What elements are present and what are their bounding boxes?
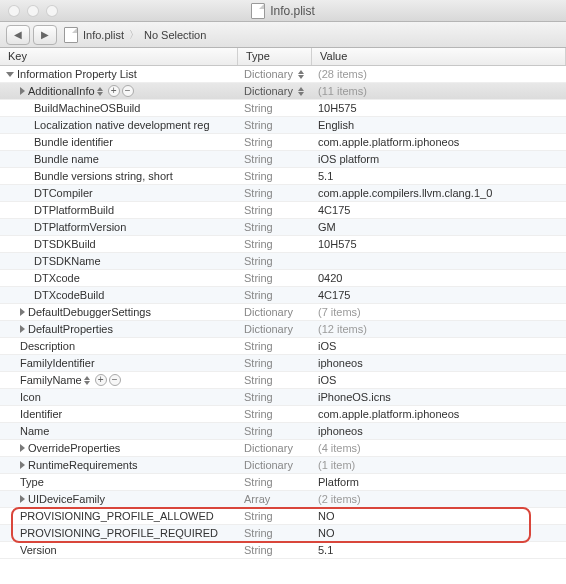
cell-key[interactable]: Name — [0, 425, 238, 437]
table-row[interactable]: IconStringiPhoneOS.icns — [0, 389, 566, 406]
remove-button[interactable]: − — [122, 85, 134, 97]
table-row[interactable]: DTCompilerStringcom.apple.compilers.llvm… — [0, 185, 566, 202]
maximize-icon[interactable] — [46, 5, 58, 17]
table-row[interactable]: Bundle identifierStringcom.apple.platfor… — [0, 134, 566, 151]
table-row[interactable]: PROVISIONING_PROFILE_ALLOWEDStringNO — [0, 508, 566, 525]
table-row[interactable]: Information Property ListDictionary(28 i… — [0, 66, 566, 83]
cell-type[interactable]: Dictionary — [238, 68, 312, 80]
cell-type[interactable]: String — [238, 544, 312, 556]
cell-key[interactable]: Localization native development reg — [0, 119, 238, 131]
cell-type[interactable]: String — [238, 425, 312, 437]
cell-value[interactable]: 10H575 — [312, 238, 566, 250]
table-row[interactable]: DTSDKNameString — [0, 253, 566, 270]
cell-type[interactable]: String — [238, 119, 312, 131]
table-row[interactable]: IdentifierStringcom.apple.platform.iphon… — [0, 406, 566, 423]
cell-key[interactable]: Bundle versions string, short — [0, 170, 238, 182]
disclosure-triangle-icon[interactable] — [20, 444, 25, 452]
table-row[interactable]: TypeStringPlatform — [0, 474, 566, 491]
stepper-icon[interactable] — [97, 87, 106, 96]
cell-key[interactable]: FamilyName+− — [0, 374, 238, 386]
table-row[interactable]: PROVISIONING_PROFILE_REQUIREDStringNO — [0, 525, 566, 542]
table-row[interactable]: DefaultDebuggerSettingsDictionary(7 item… — [0, 304, 566, 321]
cell-type[interactable]: String — [238, 238, 312, 250]
table-row[interactable]: DefaultPropertiesDictionary(12 items) — [0, 321, 566, 338]
cell-type[interactable]: String — [238, 527, 312, 539]
cell-type[interactable]: String — [238, 510, 312, 522]
table-row[interactable]: DTXcodeString0420 — [0, 270, 566, 287]
cell-value[interactable]: iOS — [312, 340, 566, 352]
table-row[interactable]: DTPlatformBuildString4C175 — [0, 202, 566, 219]
cell-value[interactable]: com.apple.compilers.llvm.clang.1_0 — [312, 187, 566, 199]
cell-value[interactable]: iphoneos — [312, 357, 566, 369]
cell-value[interactable]: (4 items) — [312, 442, 566, 454]
table-row[interactable]: FamilyIdentifierStringiphoneos — [0, 355, 566, 372]
cell-type[interactable]: Dictionary — [238, 85, 312, 97]
cell-type[interactable]: String — [238, 170, 312, 182]
cell-value[interactable]: NO — [312, 527, 566, 539]
cell-type[interactable]: String — [238, 391, 312, 403]
cell-value[interactable]: 5.1 — [312, 544, 566, 556]
cell-key[interactable]: AdditionalInfo+− — [0, 85, 238, 97]
cell-type[interactable]: Array — [238, 493, 312, 505]
disclosure-triangle-icon[interactable] — [20, 308, 25, 316]
cell-value[interactable]: 10H575 — [312, 102, 566, 114]
add-button[interactable]: + — [95, 374, 107, 386]
table-row[interactable]: DescriptionStringiOS — [0, 338, 566, 355]
cell-value[interactable]: com.apple.platform.iphoneos — [312, 408, 566, 420]
cell-value[interactable]: English — [312, 119, 566, 131]
cell-key[interactable]: Description — [0, 340, 238, 352]
cell-key[interactable]: DTSDKName — [0, 255, 238, 267]
table-row[interactable]: BuildMachineOSBuildString10H575 — [0, 100, 566, 117]
cell-key[interactable]: PROVISIONING_PROFILE_REQUIRED — [0, 527, 238, 539]
cell-key[interactable]: DTXcode — [0, 272, 238, 284]
cell-value[interactable]: com.apple.platform.iphoneos — [312, 136, 566, 148]
table-row[interactable]: Bundle versions string, shortString5.1 — [0, 168, 566, 185]
cell-key[interactable]: Type — [0, 476, 238, 488]
column-value[interactable]: Value — [312, 48, 566, 65]
cell-key[interactable]: DTPlatformBuild — [0, 204, 238, 216]
disclosure-triangle-icon[interactable] — [6, 72, 14, 77]
cell-key[interactable]: Information Property List — [0, 68, 238, 80]
cell-value[interactable]: iOS platform — [312, 153, 566, 165]
cell-value[interactable]: NO — [312, 510, 566, 522]
cell-value[interactable]: (12 items) — [312, 323, 566, 335]
cell-key[interactable]: UIDeviceFamily — [0, 493, 238, 505]
table-row[interactable]: DTXcodeBuildString4C175 — [0, 287, 566, 304]
cell-value[interactable]: (7 items) — [312, 306, 566, 318]
table-row[interactable]: DTSDKBuildString10H575 — [0, 236, 566, 253]
cell-type[interactable]: Dictionary — [238, 442, 312, 454]
nav-back-button[interactable]: ◀ — [6, 25, 30, 45]
disclosure-triangle-icon[interactable] — [20, 495, 25, 503]
stepper-icon[interactable] — [298, 87, 306, 96]
cell-type[interactable]: Dictionary — [238, 306, 312, 318]
cell-type[interactable]: String — [238, 136, 312, 148]
table-row[interactable]: OverridePropertiesDictionary(4 items) — [0, 440, 566, 457]
cell-key[interactable]: Version — [0, 544, 238, 556]
breadcrumb[interactable]: Info.plist 〉 No Selection — [64, 27, 206, 43]
cell-type[interactable]: String — [238, 187, 312, 199]
cell-type[interactable]: String — [238, 357, 312, 369]
cell-type[interactable]: String — [238, 272, 312, 284]
cell-type[interactable]: String — [238, 221, 312, 233]
cell-value[interactable]: Platform — [312, 476, 566, 488]
table-row[interactable]: VersionString5.1 — [0, 542, 566, 559]
cell-type[interactable]: String — [238, 476, 312, 488]
cell-value[interactable]: iPhoneOS.icns — [312, 391, 566, 403]
cell-key[interactable]: PROVISIONING_PROFILE_ALLOWED — [0, 510, 238, 522]
cell-key[interactable]: Bundle name — [0, 153, 238, 165]
cell-type[interactable]: String — [238, 102, 312, 114]
cell-key[interactable]: OverrideProperties — [0, 442, 238, 454]
cell-type[interactable]: String — [238, 408, 312, 420]
cell-value[interactable]: iOS — [312, 374, 566, 386]
cell-key[interactable]: DTCompiler — [0, 187, 238, 199]
cell-key[interactable]: RuntimeRequirements — [0, 459, 238, 471]
stepper-icon[interactable] — [84, 376, 93, 385]
nav-forward-button[interactable]: ▶ — [33, 25, 57, 45]
table-row[interactable]: UIDeviceFamilyArray(2 items) — [0, 491, 566, 508]
cell-value[interactable]: 4C175 — [312, 289, 566, 301]
cell-key[interactable]: BuildMachineOSBuild — [0, 102, 238, 114]
column-key[interactable]: Key — [0, 48, 238, 65]
cell-key[interactable]: FamilyIdentifier — [0, 357, 238, 369]
cell-key[interactable]: DefaultProperties — [0, 323, 238, 335]
table-row[interactable]: AdditionalInfo+−Dictionary(11 items) — [0, 83, 566, 100]
